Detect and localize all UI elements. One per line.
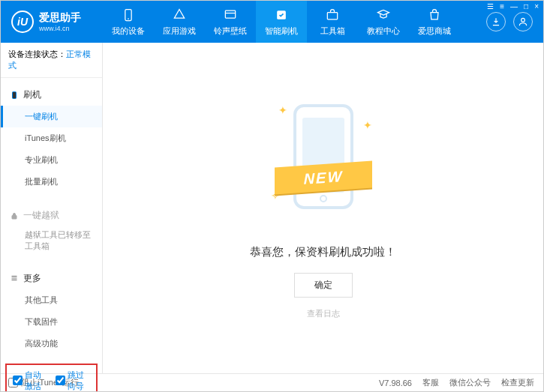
menu-btn[interactable]: ☰ bbox=[487, 2, 494, 10]
checkbox-highlight: 自动激活 跳过向导 bbox=[5, 364, 98, 392]
logo-icon: iU bbox=[11, 10, 34, 33]
success-message: 恭喜您，保资料刷机成功啦！ bbox=[250, 245, 396, 259]
service-link[interactable]: 客服 bbox=[422, 377, 439, 388]
new-banner: NEW bbox=[275, 160, 372, 194]
svg-rect-8 bbox=[12, 215, 17, 219]
tab-store[interactable]: 爱思商城 bbox=[409, 1, 460, 43]
section-jailbreak: 一键越狱 bbox=[1, 205, 102, 226]
auto-activate-checkbox[interactable]: 自动激活 bbox=[13, 370, 48, 392]
ok-button[interactable]: 确定 bbox=[294, 273, 353, 298]
svg-rect-7 bbox=[13, 91, 17, 98]
connection-status: 设备连接状态：正常模式 bbox=[1, 43, 102, 78]
flash-icon bbox=[274, 7, 289, 22]
svg-point-6 bbox=[521, 18, 525, 22]
svg-rect-2 bbox=[225, 10, 235, 18]
section-more[interactable]: 更多 bbox=[1, 268, 102, 289]
maximize-btn[interactable]: □ bbox=[524, 2, 528, 10]
update-link[interactable]: 检查更新 bbox=[501, 377, 534, 388]
sidebar-item-other[interactable]: 其他工具 bbox=[1, 289, 102, 311]
menu2-btn[interactable]: ≡ bbox=[500, 2, 504, 10]
nav-tabs: 我的设备 应用游戏 铃声壁纸 智能刷机 工具箱 教程中心 爱思商城 bbox=[103, 1, 486, 43]
sidebar-item-download[interactable]: 下载固件 bbox=[1, 311, 102, 333]
tab-flash[interactable]: 智能刷机 bbox=[256, 1, 307, 43]
sidebar-item-oneclick[interactable]: 一键刷机 bbox=[1, 106, 102, 127]
skip-setup-checkbox[interactable]: 跳过向导 bbox=[56, 370, 91, 392]
sidebar-item-itunes[interactable]: iTunes刷机 bbox=[1, 127, 102, 149]
apps-icon bbox=[172, 7, 187, 22]
user-icon[interactable] bbox=[513, 12, 533, 31]
tutorial-icon bbox=[376, 7, 391, 22]
logo: iU 爱思助手 www.i4.cn bbox=[1, 10, 103, 33]
window-controls: ☰ ≡ — □ × bbox=[487, 2, 539, 10]
minimize-btn[interactable]: — bbox=[510, 2, 518, 10]
sidebar-item-pro[interactable]: 专业刷机 bbox=[1, 149, 102, 171]
sidebar: 设备连接状态：正常模式 刷机 一键刷机 iTunes刷机 专业刷机 批量刷机 一… bbox=[1, 43, 103, 373]
jailbreak-note: 越狱工具已转移至工具箱 bbox=[1, 226, 102, 256]
app-subtitle: www.i4.cn bbox=[39, 25, 81, 32]
download-icon[interactable] bbox=[486, 12, 506, 31]
wallpaper-icon bbox=[223, 7, 238, 22]
lock-icon bbox=[10, 211, 19, 220]
sidebar-item-advanced[interactable]: 高级功能 bbox=[1, 333, 102, 355]
tab-toolbox[interactable]: 工具箱 bbox=[307, 1, 358, 43]
header-right bbox=[486, 12, 543, 31]
header: iU 爱思助手 www.i4.cn 我的设备 应用游戏 铃声壁纸 智能刷机 工具… bbox=[1, 1, 543, 43]
toolbox-icon bbox=[325, 7, 340, 22]
phone-icon bbox=[121, 7, 136, 22]
phone-illustration: ✦ ✦ ✧ NEW bbox=[271, 97, 376, 232]
sidebar-item-batch[interactable]: 批量刷机 bbox=[1, 171, 102, 193]
tab-device[interactable]: 我的设备 bbox=[103, 1, 154, 43]
app-title: 爱思助手 bbox=[39, 11, 81, 25]
close-btn[interactable]: × bbox=[534, 2, 539, 10]
svg-rect-5 bbox=[327, 12, 337, 19]
phone-small-icon bbox=[10, 91, 19, 100]
tab-ringtones[interactable]: 铃声壁纸 bbox=[205, 1, 256, 43]
tab-apps[interactable]: 应用游戏 bbox=[154, 1, 205, 43]
view-log-link[interactable]: 查看日志 bbox=[307, 308, 340, 319]
wechat-link[interactable]: 微信公众号 bbox=[449, 377, 491, 388]
main-content: ✦ ✦ ✧ NEW 恭喜您，保资料刷机成功啦！ 确定 查看日志 bbox=[103, 43, 543, 373]
store-icon bbox=[427, 7, 442, 22]
tab-tutorials[interactable]: 教程中心 bbox=[358, 1, 409, 43]
version-label: V7.98.66 bbox=[379, 379, 412, 388]
section-flash[interactable]: 刷机 bbox=[1, 84, 102, 106]
more-icon bbox=[10, 274, 19, 283]
